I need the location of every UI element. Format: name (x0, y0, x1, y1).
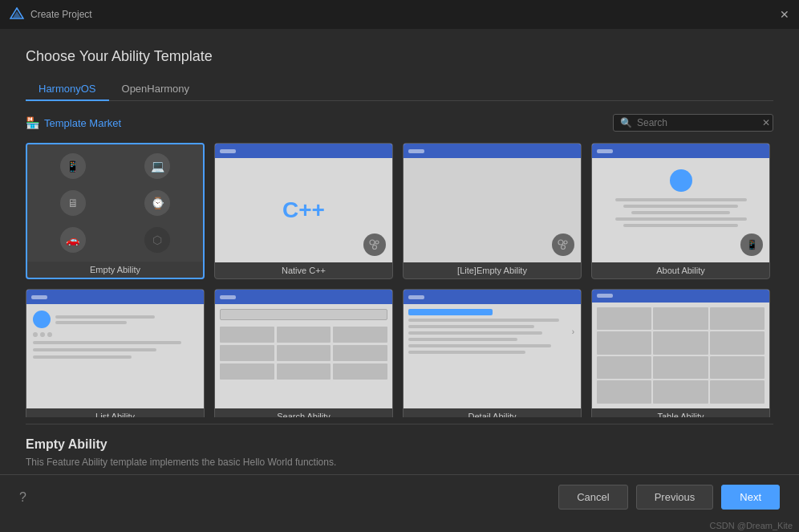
tc-2 (653, 307, 708, 331)
header-dot (220, 149, 236, 153)
tc-11 (653, 380, 708, 404)
device-icon-phone: 📱 (60, 153, 86, 179)
watermark: CSDN @Dream_Kite (0, 519, 799, 532)
template-card-search[interactable]: Search Ability (214, 289, 393, 417)
svg-point-2 (370, 240, 375, 245)
detail-body: › (404, 304, 581, 359)
cell-7 (220, 363, 274, 380)
about-circle (670, 169, 692, 192)
device-icon-car: 🚗 (60, 227, 86, 253)
multi-device-icon-2 (558, 239, 569, 250)
card-header-table (592, 290, 769, 303)
tc-9 (710, 356, 765, 380)
list-row-1 (33, 311, 197, 328)
detail-arrow-icon: › (572, 327, 574, 336)
search-clear-icon[interactable]: ✕ (762, 117, 770, 128)
tc-1 (597, 307, 651, 331)
header-dot-lite (408, 149, 424, 153)
template-market-label[interactable]: 🏪 Template Market (26, 116, 121, 129)
template-card-about[interactable]: 📱 About Ability (591, 143, 770, 279)
device-icon-watch: ⌚ (144, 190, 170, 216)
cell-1 (220, 327, 274, 343)
badge-multi (363, 234, 386, 256)
cell-8 (277, 363, 331, 380)
toolbar: 🏪 Template Market 🔍 ✕ (26, 114, 773, 132)
detail-line-2 (408, 325, 534, 328)
cell-9 (333, 363, 387, 380)
app-logo (10, 7, 24, 22)
cell-5 (277, 345, 331, 361)
tab-openharmony[interactable]: OpenHarmony (109, 78, 203, 101)
card-preview-native-cpp: C++ (215, 144, 392, 262)
help-button[interactable]: ? (19, 490, 26, 505)
template-card-table[interactable]: Table Ability (591, 289, 770, 417)
cell-2 (277, 327, 331, 343)
tc-7 (597, 356, 651, 380)
card-label-detail: Detail Ability (468, 408, 517, 417)
search-grid (220, 327, 387, 380)
card-preview-empty: 📱 💻 🖥 ⌚ 🚗 ⬡ (27, 144, 203, 262)
list-line-a (55, 315, 155, 319)
selected-template-description: This Feature Ability template implements… (26, 457, 773, 468)
titlebar-left: Create Project (10, 7, 92, 22)
template-card-native-cpp[interactable]: C++ Native C++ (214, 143, 393, 279)
header-dot-search (220, 295, 236, 299)
tc-10 (597, 380, 651, 404)
tc-12 (710, 380, 765, 404)
list-dots-row (33, 332, 197, 337)
card-preview-search (215, 290, 392, 408)
device-grid: 📱 💻 🖥 ⌚ 🚗 ⬡ (27, 144, 203, 262)
svg-point-4 (373, 246, 377, 250)
template-card-lite-empty[interactable]: [Lite]Empty Ability (403, 143, 582, 279)
svg-point-5 (558, 240, 563, 245)
dot-3 (47, 332, 52, 337)
cell-3 (333, 327, 387, 343)
card-header-native-cpp (215, 144, 392, 158)
device-icon-tablet: 💻 (144, 153, 170, 179)
detail-line-6 (408, 351, 525, 354)
next-button[interactable]: Next (721, 485, 780, 510)
detail-line-4 (408, 338, 517, 341)
about-content (592, 158, 769, 234)
about-line-4 (615, 217, 747, 221)
card-label-search: Search Ability (277, 408, 331, 417)
template-card-detail[interactable]: › Detail Ability (403, 289, 582, 417)
tc-8 (653, 356, 708, 380)
detail-line-1 (408, 319, 559, 322)
badge-about: 📱 (740, 234, 763, 256)
detail-line-5 (408, 344, 551, 347)
card-header-detail (404, 290, 581, 304)
table-body (592, 303, 769, 408)
card-label-about: About Ability (656, 262, 705, 278)
cell-4 (220, 345, 274, 361)
previous-button[interactable]: Previous (636, 485, 714, 510)
device-icon-other: ⬡ (144, 227, 170, 253)
header-dot-detail (408, 295, 424, 299)
templates-grid: 📱 💻 🖥 ⌚ 🚗 ⬡ Empty Ability (26, 143, 773, 417)
selected-template-name: Empty Ability (26, 437, 773, 452)
tc-5 (653, 331, 708, 355)
search-input[interactable] (637, 117, 757, 128)
cell-6 (333, 345, 387, 361)
window: Create Project ✕ Choose Your Ability Tem… (0, 0, 799, 532)
tc-6 (710, 331, 765, 355)
description-area: Empty Ability This Feature Ability templ… (26, 424, 773, 474)
card-preview-table (592, 290, 769, 408)
header-dot-about (597, 149, 613, 153)
close-button[interactable]: ✕ (780, 8, 789, 21)
content-area: Choose Your Ability Template HarmonyOS O… (0, 29, 799, 474)
template-card-list[interactable]: List Ability (26, 289, 205, 417)
list-line-b (55, 321, 127, 324)
svg-point-7 (562, 246, 566, 250)
cancel-button[interactable]: Cancel (558, 485, 627, 510)
card-preview-list (26, 290, 204, 408)
header-dot-list (31, 295, 47, 299)
tab-harmonyos[interactable]: HarmonyOS (26, 78, 109, 101)
card-preview-about: 📱 (592, 144, 769, 262)
device-icon-tv: 🖥 (60, 190, 86, 216)
window-title: Create Project (30, 9, 92, 20)
template-card-empty-ability[interactable]: 📱 💻 🖥 ⌚ 🚗 ⬡ Empty Ability (26, 143, 205, 279)
search-icon: 🔍 (620, 117, 632, 128)
tc-4 (597, 331, 651, 355)
about-line-5 (623, 224, 739, 227)
